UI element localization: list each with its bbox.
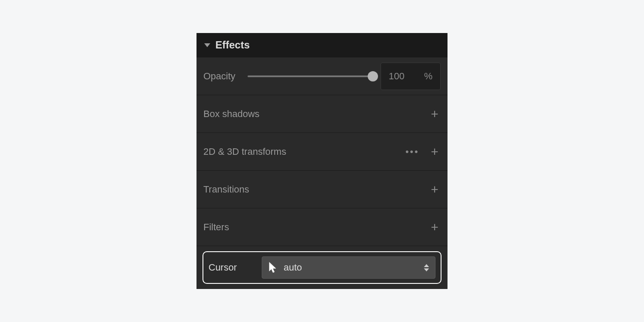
- cursor-frame: Cursor auto: [203, 251, 441, 284]
- filters-row: Filters +: [197, 208, 447, 246]
- opacity-label: Opacity: [203, 71, 236, 82]
- cursor-value: auto: [284, 262, 418, 273]
- plus-icon[interactable]: +: [429, 183, 441, 196]
- panel-title: Effects: [215, 39, 250, 51]
- more-icon[interactable]: •••: [405, 147, 419, 156]
- cursor-row: Cursor auto: [197, 246, 447, 289]
- disclosure-triangle-icon[interactable]: [204, 43, 210, 47]
- opacity-input[interactable]: 100 %: [381, 63, 441, 90]
- box-shadows-row: Box shadows +: [197, 95, 447, 132]
- cursor-dropdown[interactable]: auto: [262, 256, 435, 279]
- filters-label: Filters: [203, 222, 229, 233]
- stepper-icon[interactable]: [424, 264, 429, 271]
- box-shadows-label: Box shadows: [203, 108, 260, 120]
- opacity-value: 100: [389, 71, 405, 82]
- transitions-label: Transitions: [203, 184, 249, 195]
- chevron-down-icon: [424, 268, 429, 271]
- effects-header[interactable]: Effects: [197, 33, 447, 57]
- opacity-row: Opacity 100 %: [197, 57, 447, 95]
- plus-icon[interactable]: +: [429, 145, 441, 158]
- plus-icon[interactable]: +: [429, 221, 441, 234]
- opacity-unit: %: [424, 71, 432, 82]
- effects-panel: Effects Opacity 100 % Box shadows + 2D &…: [197, 33, 447, 289]
- transforms-label: 2D & 3D transforms: [203, 146, 286, 157]
- transitions-row: Transitions +: [197, 170, 447, 208]
- cursor-label: Cursor: [209, 262, 251, 273]
- transforms-row: 2D & 3D transforms ••• +: [197, 132, 447, 170]
- chevron-up-icon: [424, 264, 429, 267]
- opacity-slider[interactable]: [248, 75, 373, 77]
- cursor-arrow-icon: [268, 262, 278, 274]
- opacity-slider-thumb[interactable]: [368, 71, 378, 81]
- plus-icon[interactable]: +: [429, 108, 441, 120]
